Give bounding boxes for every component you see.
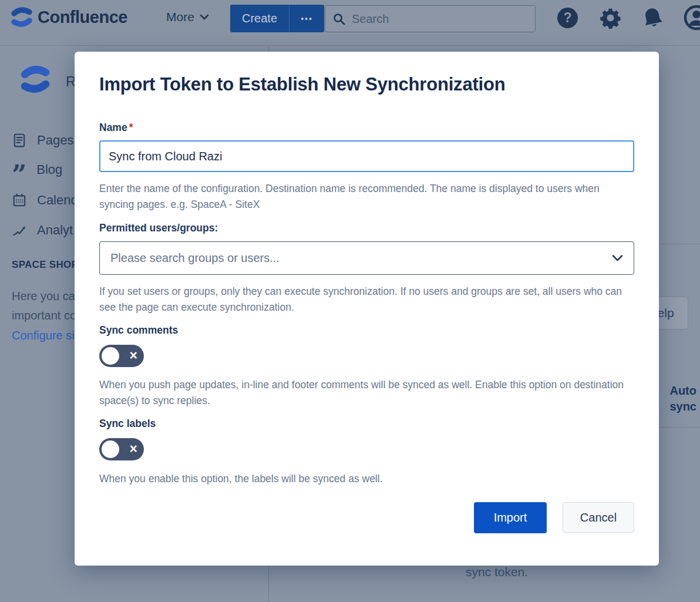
configure-sidebar-link[interactable]: Configure sid (12, 329, 81, 342)
avatar[interactable] (684, 5, 700, 31)
permitted-help-text: If you set users or groups, only they ca… (99, 284, 631, 315)
sync-comments-help-text: When you push page updates, in-line and … (99, 377, 631, 409)
chevron-down-icon (200, 14, 209, 21)
name-input[interactable] (99, 140, 634, 172)
sidebar-item-blog[interactable]: ” Blog (12, 162, 62, 177)
sync-labels-help-text: When you enable this option, the labels … (99, 471, 631, 487)
calendar-icon (12, 192, 27, 208)
auto-sync-column-header: Auto sync (669, 383, 696, 415)
product-name: Confluence (38, 8, 127, 27)
confluence-brand[interactable]: Confluence (11, 6, 127, 28)
sidebar-item-pages[interactable]: Pages (12, 132, 73, 149)
gear-icon[interactable] (600, 7, 621, 29)
sync-comments-label: Sync comments (99, 324, 634, 337)
import-token-modal: Import Token to Establish New Synchroniz… (75, 52, 659, 566)
toggle-off-cross-icon: × (130, 349, 137, 362)
sidebar-item-calendars[interactable]: Calend (12, 192, 78, 208)
background-sync-token-text: sync token. (435, 565, 559, 579)
sync-labels-toggle[interactable]: × (99, 438, 144, 460)
search-icon (332, 12, 346, 26)
more-menu[interactable]: More (166, 10, 209, 24)
toggle-knob (102, 440, 119, 458)
permitted-users-select[interactable]: Please search groups or users... (99, 241, 634, 275)
user-avatar-icon (684, 5, 700, 31)
shortcuts-description-line1: Here you car (12, 290, 79, 303)
select-placeholder: Please search groups or users... (110, 251, 612, 265)
modal-title: Import Token to Establish New Synchroniz… (99, 74, 634, 95)
confluence-logo-icon (11, 6, 33, 28)
help-icon[interactable]: ? (557, 8, 578, 28)
blog-icon: ” (12, 169, 26, 181)
toggle-off-cross-icon: × (130, 442, 137, 456)
space-logo-icon (20, 63, 51, 96)
more-actions-button[interactable]: ••• (290, 5, 324, 32)
sync-comments-toggle[interactable]: × (99, 345, 144, 367)
chevron-down-icon (612, 254, 623, 262)
space-shortcuts-heading: SPACE SHOR (12, 259, 79, 271)
pages-icon (12, 132, 27, 149)
sidebar-item-analytics[interactable]: Analyt (12, 222, 73, 238)
sync-labels-label: Sync labels (99, 418, 634, 430)
name-label: Name* (99, 122, 634, 134)
required-marker: * (129, 122, 133, 133)
name-help-text: Enter the name of the configuration. Des… (99, 181, 631, 213)
permitted-users-label: Permitted users/groups: (99, 222, 634, 234)
search-input[interactable] (352, 12, 528, 26)
toggle-knob (102, 347, 119, 365)
search-box[interactable] (325, 5, 536, 32)
notifications-bell-icon[interactable] (641, 6, 664, 29)
top-nav: Confluence More Create ••• ? (0, 0, 700, 46)
import-button[interactable]: Import (474, 502, 547, 533)
create-button[interactable]: Create (230, 5, 289, 32)
cancel-button[interactable]: Cancel (563, 502, 634, 533)
shortcuts-description-line2: important co (12, 309, 76, 322)
analytics-icon (12, 222, 27, 238)
